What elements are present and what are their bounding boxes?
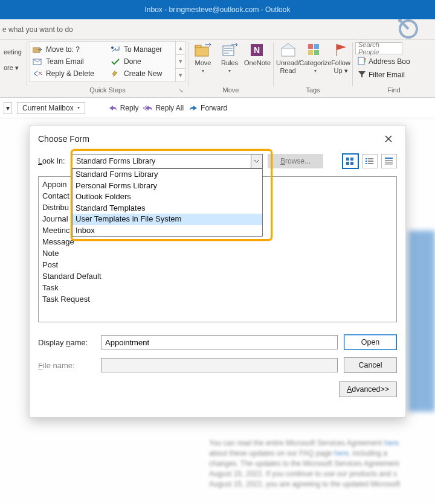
unread-read-button[interactable]: Unread/ Read bbox=[276, 41, 300, 75]
look-in-value[interactable]: Standard Forms Library bbox=[72, 154, 263, 168]
form-item[interactable]: Note bbox=[41, 247, 394, 258]
browse-label: Browse... bbox=[280, 157, 311, 165]
view-list[interactable] bbox=[362, 154, 378, 168]
current-mailbox-dropdown[interactable]: Current Mailbox ▾ bbox=[17, 102, 85, 114]
group-label-tags: Tags bbox=[276, 85, 350, 96]
address-book-button[interactable]: Address Boo bbox=[355, 56, 413, 68]
group-label-text: Quick Steps bbox=[89, 86, 125, 94]
dropdown-option[interactable]: Personal Forms Library bbox=[72, 180, 262, 192]
search-people-input[interactable]: Search People bbox=[355, 42, 402, 54]
svg-rect-16 bbox=[364, 58, 366, 60]
filter-email-button[interactable]: Filter Email bbox=[355, 69, 413, 81]
advanced-button[interactable]: Advanced>> bbox=[339, 381, 397, 397]
group-label-quick-steps: Quick Steps ↘ bbox=[30, 85, 185, 96]
forward-label: Forward bbox=[201, 104, 227, 112]
look-in-combo[interactable]: Standard Forms Library Standard Forms Li… bbox=[72, 154, 263, 168]
quick-step-move-to[interactable]: Move to: ? bbox=[31, 44, 106, 55]
rules-button[interactable]: Rules ▾ bbox=[218, 41, 242, 74]
svg-rect-25 bbox=[368, 161, 373, 162]
form-item[interactable]: Task Request bbox=[41, 293, 394, 304]
svg-rect-17 bbox=[364, 60, 366, 62]
close-icon bbox=[385, 135, 392, 142]
envelope-icon bbox=[33, 57, 42, 66]
dropdown-option[interactable]: Outlook Folders bbox=[72, 191, 262, 203]
dropdown-option-selected[interactable]: User Templates in File System bbox=[72, 214, 262, 225]
onenote-button[interactable]: N OneNote bbox=[244, 41, 271, 67]
move-button[interactable]: Move ▾ bbox=[191, 41, 215, 74]
dropdown-option[interactable]: Inbox bbox=[72, 225, 262, 237]
background-blurred-text: You can read the entire Microsoft Servic… bbox=[209, 438, 429, 490]
scroll-up-icon[interactable]: ▴ bbox=[175, 42, 185, 54]
tell-me-bar[interactable]: e what you want to do bbox=[0, 19, 435, 40]
quick-step-team-email[interactable]: Team Email bbox=[31, 56, 106, 67]
dropdown-option[interactable]: Standard Templates bbox=[72, 203, 262, 214]
forward-button[interactable]: Forward bbox=[188, 104, 227, 112]
quick-step-to-manager[interactable]: To Manager bbox=[109, 44, 184, 55]
advanced-label: Advanced>> bbox=[347, 385, 389, 394]
group-label-blank bbox=[2, 85, 24, 96]
look-in-dropdown-button[interactable] bbox=[251, 154, 263, 168]
qs-label: Move to: ? bbox=[46, 45, 80, 54]
ribbon-group-respond: eeting ore ▾ bbox=[0, 40, 27, 97]
view-large-icons[interactable] bbox=[343, 154, 358, 168]
view-details[interactable] bbox=[381, 154, 397, 168]
ribbon-group-move: Move ▾ Rules ▾ N OneNote Move bbox=[188, 40, 273, 97]
followup-button[interactable]: Follow Up ▾ bbox=[331, 41, 350, 75]
form-item[interactable]: Post bbox=[41, 258, 394, 270]
meeting-button[interactable]: eeting bbox=[2, 47, 23, 57]
chevron-down-icon: ▾ bbox=[202, 68, 204, 74]
svg-rect-13 bbox=[308, 50, 313, 55]
qs-label: Done bbox=[124, 57, 141, 66]
browse-button: Browse... bbox=[268, 154, 323, 168]
form-item[interactable]: Standard Default bbox=[41, 270, 394, 281]
address-book-icon bbox=[358, 57, 366, 67]
form-item[interactable]: Message bbox=[41, 235, 394, 247]
svg-rect-5 bbox=[195, 47, 208, 56]
envelope-open-icon bbox=[279, 42, 297, 58]
svg-rect-28 bbox=[385, 158, 393, 159]
ribbon-group-find: Search People Address Boo Filter Email F… bbox=[353, 40, 435, 97]
gallery-expand-icon[interactable]: ▾ bbox=[175, 68, 185, 81]
chevron-down-icon: ▾ bbox=[77, 105, 80, 110]
cancel-button[interactable]: Cancel bbox=[344, 357, 397, 373]
svg-rect-29 bbox=[385, 160, 393, 161]
onenote-icon: N bbox=[248, 42, 266, 58]
form-item[interactable]: Task bbox=[41, 281, 394, 293]
svg-point-3 bbox=[111, 46, 114, 49]
svg-rect-24 bbox=[366, 161, 367, 162]
move-label: Move bbox=[195, 59, 211, 67]
search-scope-dropdown[interactable]: ▾ bbox=[4, 102, 12, 114]
svg-rect-27 bbox=[368, 163, 373, 164]
categorize-button[interactable]: Categorize ▾ bbox=[302, 41, 329, 74]
look-in-dropdown-list[interactable]: Standard Forms Library Personal Forms Li… bbox=[72, 168, 263, 237]
dialog-close-button[interactable] bbox=[380, 130, 397, 147]
svg-rect-23 bbox=[368, 158, 373, 159]
display-name-label: Display name: bbox=[38, 338, 95, 347]
tell-me-text: e what you want to do bbox=[0, 25, 73, 34]
move-folder-icon bbox=[194, 42, 212, 58]
dialog-launcher-icon[interactable]: ↘ bbox=[177, 88, 184, 95]
cancel-label: Cancel bbox=[359, 361, 382, 369]
chevron-down-icon: ▾ bbox=[314, 68, 317, 74]
svg-rect-26 bbox=[366, 163, 367, 164]
svg-rect-21 bbox=[350, 162, 353, 165]
quick-step-reply-delete[interactable]: Reply & Delete bbox=[31, 68, 106, 79]
reply-all-button[interactable]: Reply All bbox=[143, 104, 184, 112]
reply-icon bbox=[108, 104, 118, 112]
quick-step-create-new[interactable]: Create New bbox=[109, 68, 184, 79]
quick-steps-gallery[interactable]: Move to: ? To Manager Team Email Done bbox=[30, 41, 185, 82]
display-name-input[interactable] bbox=[101, 335, 338, 349]
open-button[interactable]: Open bbox=[344, 334, 397, 350]
reply-button[interactable]: Reply bbox=[108, 104, 139, 112]
dropdown-option[interactable]: Standard Forms Library bbox=[72, 169, 262, 180]
scroll-down-icon[interactable]: ▾ bbox=[175, 54, 185, 68]
quick-step-done[interactable]: Done bbox=[109, 56, 184, 67]
svg-rect-12 bbox=[314, 44, 319, 49]
svg-rect-19 bbox=[350, 158, 353, 161]
view-mode-icons bbox=[343, 154, 397, 168]
reply-all-icon bbox=[143, 104, 153, 112]
more-button[interactable]: ore ▾ bbox=[2, 63, 20, 73]
quick-steps-scroll[interactable]: ▴ ▾ ▾ bbox=[175, 42, 185, 81]
svg-rect-15 bbox=[358, 57, 364, 65]
grid-icon bbox=[346, 157, 355, 165]
